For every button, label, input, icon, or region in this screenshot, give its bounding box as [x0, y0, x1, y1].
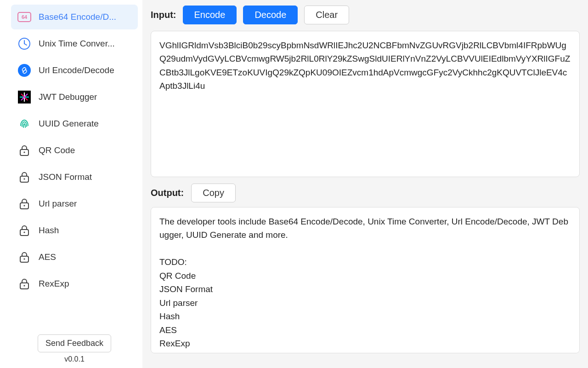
svg-point-14: [23, 178, 25, 179]
sidebar-item-label: Url parser: [39, 199, 77, 209]
sidebar-item-uuid-generate[interactable]: UUID Generate: [11, 111, 138, 136]
clock-icon: [17, 37, 31, 51]
sidebar-item-base64-encode-d[interactable]: 64Base64 Encode/D...: [11, 5, 138, 29]
lock-icon: [17, 250, 31, 264]
sidebar-item-label: Hash: [39, 225, 59, 236]
sidebar-item-qr-code[interactable]: QR Code: [11, 138, 138, 163]
sidebar: 64Base64 Encode/D...Unix Time Conver...U…: [0, 0, 142, 368]
lock-icon: [17, 224, 31, 237]
sidebar-item-label: RexExp: [39, 279, 69, 289]
sidebar-item-label: JSON Format: [39, 172, 92, 182]
output-toolbar: Output: Copy: [151, 184, 580, 202]
main-content: Input: Encode Decode Clear Output: Copy …: [142, 0, 588, 368]
decode-button[interactable]: Decode: [243, 6, 298, 24]
sidebar-item-label: QR Code: [39, 145, 75, 155]
svg-point-12: [23, 151, 25, 153]
input-textarea[interactable]: [151, 31, 580, 177]
sidebar-item-label: UUID Generate: [39, 119, 99, 129]
jwt-icon: [17, 90, 31, 104]
lock-icon: [17, 170, 31, 184]
link-icon: [17, 63, 31, 77]
sidebar-item-jwt-debugger[interactable]: JWT Debugger: [11, 85, 138, 109]
sidebar-item-json-format[interactable]: JSON Format: [11, 165, 138, 190]
version-label: v0.0.1: [11, 355, 138, 363]
svg-point-18: [23, 231, 25, 233]
sidebar-item-label: Url Encode/Decode: [39, 65, 114, 75]
sidebar-item-rexexp[interactable]: RexExp: [11, 271, 138, 296]
base64-icon: 64: [17, 10, 31, 24]
sidebar-item-label: Base64 Encode/D...: [39, 12, 116, 22]
send-feedback-button[interactable]: Send Feedback: [38, 334, 111, 352]
sidebar-item-aes[interactable]: AES: [11, 245, 138, 270]
sidebar-item-label: JWT Debugger: [39, 92, 97, 102]
input-toolbar: Input: Encode Decode Clear: [151, 6, 580, 24]
nav-list: 64Base64 Encode/D...Unix Time Conver...U…: [11, 5, 138, 332]
sidebar-item-label: AES: [39, 252, 56, 262]
lock-icon: [17, 144, 31, 157]
svg-line-4: [24, 44, 27, 45]
copy-button[interactable]: Copy: [191, 184, 236, 202]
sidebar-item-hash[interactable]: Hash: [11, 218, 138, 243]
sidebar-item-unix-time-conver[interactable]: Unix Time Conver...: [11, 31, 138, 56]
input-label: Input:: [151, 10, 176, 20]
sidebar-item-url-parser[interactable]: Url parser: [11, 191, 138, 216]
sidebar-footer: Send Feedback v0.0.1: [11, 332, 138, 363]
svg-point-16: [23, 205, 25, 206]
sidebar-item-url-encode-decode[interactable]: Url Encode/Decode: [11, 58, 138, 83]
svg-point-20: [23, 258, 25, 259]
lock-icon: [17, 197, 31, 211]
output-label: Output:: [151, 188, 184, 198]
output-textarea[interactable]: The developer tools include Base64 Encod…: [151, 207, 580, 353]
svg-point-22: [23, 285, 25, 286]
sidebar-item-label: Unix Time Conver...: [39, 39, 115, 49]
clear-button[interactable]: Clear: [304, 6, 349, 24]
encode-button[interactable]: Encode: [183, 6, 237, 24]
lock-icon: [17, 277, 31, 291]
fingerprint-icon: [17, 117, 31, 131]
svg-text:64: 64: [22, 14, 28, 20]
